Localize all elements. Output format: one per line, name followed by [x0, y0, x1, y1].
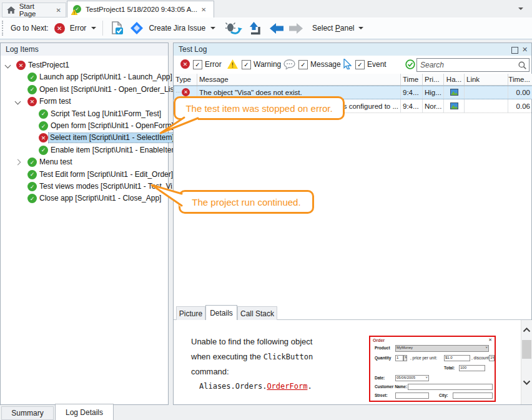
- tree-item[interactable]: ✓ Test views modes [Script\Unit1 - Test_…: [1, 181, 168, 193]
- tree-item[interactable]: ✓ Open form [Script\Unit1 - OpenForm]: [1, 121, 168, 132]
- check-icon: ✓: [27, 158, 37, 167]
- event-cursor-icon: [343, 59, 352, 69]
- message-filter-label: Message: [310, 60, 341, 69]
- message-filter-checkbox[interactable]: ✓: [298, 60, 308, 69]
- toolbar-separator: [102, 21, 103, 36]
- tree-item-selected[interactable]: ✕ Select item [Script\Unit1 - SelectItem…: [1, 132, 168, 144]
- tab-list-dropdown-icon[interactable]: [518, 8, 523, 10]
- scroll-down-icon[interactable]: [523, 380, 531, 385]
- svg-text:!: !: [74, 11, 75, 15]
- tree-item[interactable]: ✓ Menu test: [1, 157, 168, 169]
- tree-item-label: Menu test: [39, 158, 72, 166]
- check-icon: ✓: [39, 109, 48, 119]
- tree-item[interactable]: ✓ Open list [Script\Unit1 - Open_Order_L…: [1, 84, 168, 96]
- order-dialog-title: Order: [373, 338, 385, 342]
- check-icon: ✓: [39, 146, 48, 155]
- maximize-icon[interactable]: [511, 47, 518, 54]
- toolbar-grip[interactable]: [2, 21, 5, 36]
- tab-test-log[interactable]: ✓ ! TestProject1 5/18/2020 9:43:05 A... …: [67, 1, 214, 18]
- chevron-down-icon[interactable]: [358, 27, 363, 29]
- error-filter-label: Error: [205, 60, 222, 69]
- tree-item-label: Open form [Script\Unit1 - OpenForm]: [51, 121, 174, 130]
- document-tab-bar: Start Page ✕ ✓ ! TestProject1 5/18/2020 …: [0, 0, 532, 18]
- callout-text: The test item was stopped on error.: [185, 103, 332, 114]
- column-header-message[interactable]: Message: [197, 74, 401, 85]
- tree-item[interactable]: ✕ TestProject1: [1, 60, 168, 72]
- create-jira-issue-button[interactable]: Create Jira Issue: [149, 24, 205, 32]
- check-icon: ✓: [27, 72, 37, 82]
- select-panel-button[interactable]: Select Panel: [312, 24, 354, 32]
- close-icon[interactable]: ✕: [201, 6, 206, 13]
- tree-item[interactable]: ✓ Script Test Log [Unit1\Form_Test]: [1, 109, 168, 121]
- close-icon: ✕: [488, 338, 492, 342]
- expander-open-icon[interactable]: [15, 99, 21, 105]
- chevron-down-icon[interactable]: [210, 27, 215, 29]
- close-icon[interactable]: ✕: [522, 46, 528, 54]
- search-input[interactable]: [416, 58, 530, 72]
- scrollbar-thumb[interactable]: [522, 340, 531, 359]
- tree-item[interactable]: ✓ Test Edit form [Script\Unit1 - Edit_Or…: [1, 169, 168, 181]
- next-error-jump-icon[interactable]: [225, 21, 242, 35]
- quantity-spinner: ⇅: [403, 355, 407, 361]
- total-field: 100: [459, 365, 485, 371]
- log-row-has-picture: [444, 86, 465, 99]
- next-result-icon[interactable]: [288, 23, 303, 34]
- column-header-has-picture[interactable]: Ha...: [444, 74, 465, 85]
- price-field: $1.0: [444, 355, 470, 361]
- city-field: [453, 392, 493, 399]
- column-header-link[interactable]: Link: [465, 74, 508, 85]
- log-table-header: Type Message Time Pri... Ha... Link Time…: [174, 74, 532, 86]
- log-row-link: [465, 86, 508, 99]
- tab-start-page[interactable]: Start Page ✕: [2, 2, 66, 18]
- post-summary-icon[interactable]: [109, 21, 124, 36]
- tree-item[interactable]: ✓ Launch app [Script\Unit1 - Launch_App]: [1, 72, 168, 84]
- error-icon: ✕: [180, 59, 190, 69]
- tree-item[interactable]: ✓ Enable item [Script\Unit1 - EnableItem…: [1, 145, 168, 157]
- price-label: , price per unit:: [410, 356, 437, 360]
- quantity-label: Quantity: [375, 356, 391, 360]
- previous-result-icon[interactable]: [270, 23, 284, 34]
- details-scrollbar[interactable]: [521, 320, 532, 404]
- error-filter-checkbox[interactable]: ✓: [193, 60, 202, 69]
- column-header-time[interactable]: Time: [401, 74, 423, 85]
- tree-item-label: Form test: [39, 97, 71, 106]
- warning-filter-label: Warning: [254, 60, 281, 69]
- chevron-down-icon[interactable]: [91, 27, 96, 29]
- warning-filter-checkbox[interactable]: ✓: [242, 60, 251, 69]
- tree-item-label: Script Test Log [Unit1\Form_Test]: [51, 109, 161, 118]
- event-filter-label: Event: [367, 60, 387, 69]
- tab-call-stack[interactable]: Call Stack: [237, 306, 277, 320]
- details-text-line1: Unable to find the following object: [191, 337, 312, 346]
- go-to-parent-icon[interactable]: [249, 21, 262, 35]
- tab-picture[interactable]: Picture: [176, 306, 205, 320]
- tab-label: Start Page: [19, 2, 52, 18]
- tree-item[interactable]: ✓ Close app [Script\Unit1 - Close_App]: [1, 193, 168, 205]
- tree-item-label: Enable item [Script\Unit1 - EnableItem]: [51, 146, 180, 154]
- column-header-time-diff[interactable]: Time...: [508, 74, 532, 85]
- log-items-tree: ✕ TestProject1 ✓ Launch app [Script\Unit…: [0, 56, 169, 405]
- error-screenshot-thumbnail[interactable]: Order ✕ Product MyMoney˅ Quantity 1 ⇅ , …: [369, 336, 496, 402]
- expander-open-icon[interactable]: [5, 62, 11, 69]
- tab-log-details[interactable]: Log Details: [55, 404, 114, 420]
- column-header-type[interactable]: Type: [174, 74, 197, 85]
- go-to-next-label: Go to Next:: [11, 24, 49, 32]
- check-icon: ✓: [27, 182, 37, 191]
- tab-details[interactable]: Details: [205, 305, 237, 320]
- discount-label: , discount:: [471, 356, 490, 360]
- log-items-header: Log Items: [0, 42, 169, 56]
- tree-item[interactable]: ✕ Form test: [1, 96, 168, 108]
- scroll-up-icon[interactable]: [523, 328, 531, 332]
- order-form-link[interactable]: OrderForm: [267, 382, 307, 391]
- tree-item-label: Select item [Script\Unit1 - SelectItem]: [49, 133, 176, 142]
- log-row-has-picture: [444, 99, 465, 112]
- expander-closed-icon[interactable]: [15, 159, 21, 166]
- event-filter-checkbox[interactable]: ✓: [355, 60, 365, 69]
- go-to-next-error-button[interactable]: Error: [70, 24, 87, 32]
- search-icon[interactable]: [518, 61, 526, 69]
- tab-summary[interactable]: Summary: [1, 406, 54, 420]
- details-object-path: Aliases.Orders.OrderForm.: [199, 382, 312, 391]
- column-header-priority[interactable]: Pri...: [423, 74, 444, 85]
- close-icon[interactable]: ✕: [56, 7, 61, 14]
- test-log-header: Test Log ✕: [173, 42, 532, 56]
- tree-item-label: Test views modes [Script\Unit1 - Test_Vi…: [39, 182, 179, 191]
